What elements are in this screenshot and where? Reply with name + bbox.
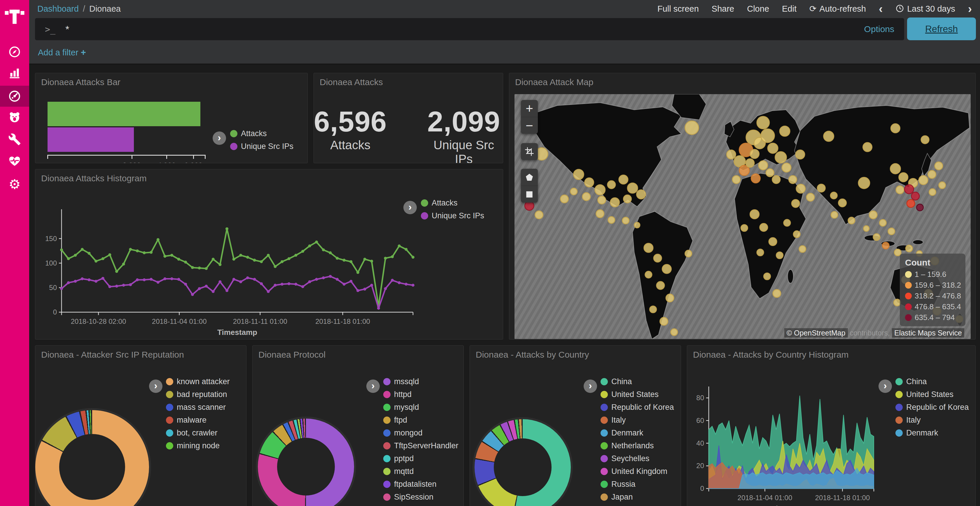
legend: mssqldhttpdmysqldftpdmongodTftpServerHan… bbox=[383, 377, 458, 501]
ems-link[interactable]: Elastic Maps Service bbox=[892, 328, 964, 338]
legend-item[interactable]: mysqld bbox=[383, 403, 458, 412]
legend-item[interactable]: httpd bbox=[383, 390, 458, 399]
reputation-donut-chart[interactable] bbox=[35, 410, 149, 506]
legend-item[interactable]: Republic of Korea bbox=[601, 403, 674, 412]
sidebar-item-dashboard[interactable] bbox=[0, 86, 29, 107]
polygon-draw-icon[interactable] bbox=[521, 169, 538, 186]
sidebar-item-devtools[interactable] bbox=[0, 129, 29, 150]
legend-item[interactable]: 159.6 – 318.2 bbox=[905, 281, 960, 290]
osm-link[interactable]: © OpenStreetMap bbox=[784, 328, 848, 338]
refresh-button[interactable]: Refresh bbox=[907, 17, 976, 40]
legend-item[interactable]: Netherlands bbox=[601, 441, 674, 450]
sidebar-item-monitoring[interactable] bbox=[0, 151, 29, 171]
legend-toggle-icon[interactable]: › bbox=[584, 379, 597, 393]
metric-group: 6,596 Attacks 2,099 Unique Src IPs bbox=[314, 105, 503, 163]
legend-item[interactable]: malware bbox=[166, 416, 230, 425]
crop-fit-icon[interactable] bbox=[521, 143, 538, 160]
legend-item[interactable]: 318.2 – 476.8 bbox=[905, 292, 960, 300]
legend-toggle-icon[interactable]: › bbox=[878, 379, 892, 393]
legend-item[interactable]: 476.8 – 635.4 bbox=[905, 302, 960, 311]
legend-toggle-icon[interactable]: › bbox=[149, 379, 162, 393]
legend: ChinaUnited StatesRepublic of KoreaItaly… bbox=[896, 377, 969, 438]
share-button[interactable]: Share bbox=[712, 4, 734, 14]
full-screen-button[interactable]: Full screen bbox=[657, 4, 699, 14]
legend-toggle-icon[interactable]: › bbox=[213, 132, 226, 145]
legend-item[interactable]: Russia bbox=[601, 480, 674, 489]
legend-item[interactable]: bad reputation bbox=[166, 390, 230, 399]
auto-refresh-button[interactable]: ⟳Auto-refresh bbox=[810, 4, 866, 14]
country-histogram-chart[interactable]: 0204060802018-11-04 01:002018-11-18 01:0… bbox=[690, 381, 877, 506]
attack-bubble bbox=[890, 163, 900, 174]
attack-bubble bbox=[623, 195, 631, 203]
query-text[interactable]: * bbox=[65, 24, 69, 35]
legend-item[interactable]: 1 – 159.6 bbox=[905, 270, 960, 279]
legend-dot bbox=[383, 378, 391, 385]
legend-item[interactable]: TftpServerHandler bbox=[383, 441, 458, 450]
attacks-histogram-chart[interactable]: 0501001502018-10-28 02:002018-11-04 01:0… bbox=[41, 204, 417, 337]
legend-toggle-icon[interactable]: › bbox=[366, 379, 380, 393]
legend-item[interactable]: China bbox=[896, 377, 969, 386]
clone-button[interactable]: Clone bbox=[747, 4, 769, 14]
legend-item[interactable]: ftpd bbox=[383, 416, 458, 425]
time-back-button[interactable]: ‹ bbox=[879, 4, 883, 13]
bar-unique-src-ips[interactable] bbox=[48, 127, 134, 152]
edit-button[interactable]: Edit bbox=[782, 4, 797, 14]
legend-label: Attacks bbox=[432, 198, 458, 208]
legend-item[interactable]: Denmark bbox=[896, 428, 969, 438]
sidebar-item-visualize[interactable] bbox=[0, 62, 29, 83]
sidebar-item-management[interactable]: ⚙ bbox=[0, 174, 29, 195]
legend-item[interactable]: United States bbox=[601, 390, 674, 399]
time-forward-button[interactable]: › bbox=[968, 4, 972, 13]
attack-bubble bbox=[741, 224, 748, 231]
rectangle-draw-icon[interactable] bbox=[521, 186, 538, 203]
country-donut-chart[interactable] bbox=[474, 419, 571, 506]
svg-text:2018-11-11 01:00: 2018-11-11 01:00 bbox=[233, 317, 287, 325]
zoom-in-button[interactable]: + bbox=[521, 100, 538, 117]
zoom-out-button[interactable]: − bbox=[521, 117, 538, 134]
legend-item[interactable]: known attacker bbox=[166, 377, 230, 386]
legend-item[interactable]: mqttd bbox=[383, 467, 458, 476]
legend-item[interactable]: mining node bbox=[166, 441, 230, 450]
legend-item[interactable]: Unique Src IPs bbox=[230, 142, 293, 151]
legend-item[interactable]: Italy bbox=[896, 416, 969, 425]
legend-item[interactable]: Japan bbox=[601, 493, 674, 501]
bar-attacks[interactable] bbox=[48, 102, 200, 126]
legend-item[interactable]: ftpdatalisten bbox=[383, 480, 458, 489]
time-range-button[interactable]: Last 30 days bbox=[896, 4, 955, 14]
attack-bubble bbox=[635, 222, 640, 228]
legend-item[interactable]: Seychelles bbox=[601, 454, 674, 463]
legend-toggle-icon[interactable]: › bbox=[403, 201, 417, 214]
legend-item[interactable]: United States bbox=[896, 390, 969, 399]
legend-item[interactable]: Republic of Korea bbox=[896, 403, 969, 412]
legend-item[interactable]: China bbox=[601, 377, 674, 386]
search-input[interactable]: >_ * Options bbox=[35, 18, 904, 40]
legend-item[interactable]: United Kingdom bbox=[601, 467, 674, 476]
legend-item[interactable]: bot, crawler bbox=[166, 428, 230, 438]
legend-item[interactable]: mass scanner bbox=[166, 403, 230, 412]
attacks-bar-chart[interactable]: 2,0004,0006,000 bbox=[48, 102, 223, 163]
attack-bubble bbox=[939, 182, 946, 189]
legend-item[interactable]: pptpd bbox=[383, 454, 458, 463]
options-button[interactable]: Options bbox=[864, 24, 894, 34]
sidebar-item-tpot[interactable] bbox=[0, 107, 29, 128]
legend-item[interactable]: Unique Src IPs bbox=[421, 211, 484, 220]
panel-title: Dionaea Attacks Bar bbox=[41, 77, 121, 87]
legend-label: Japan bbox=[611, 493, 633, 501]
telekom-logo[interactable] bbox=[3, 5, 26, 27]
legend-item[interactable]: Attacks bbox=[230, 129, 293, 138]
attack-bubble bbox=[584, 178, 593, 187]
attack-map[interactable]: + − Count 1 – 159.6159. bbox=[514, 94, 970, 339]
legend-item[interactable]: 635.4 – 794 bbox=[905, 313, 960, 322]
legend-item[interactable]: mongod bbox=[383, 428, 458, 438]
protocol-donut-chart[interactable] bbox=[258, 419, 354, 506]
legend-item[interactable]: Denmark bbox=[601, 428, 674, 438]
legend-label: mssqld bbox=[394, 377, 419, 386]
breadcrumb-dashboard[interactable]: Dashboard bbox=[37, 4, 79, 14]
legend-item[interactable]: Attacks bbox=[421, 198, 484, 208]
legend-item[interactable]: mssqld bbox=[383, 377, 458, 386]
legend-item[interactable]: SipSession bbox=[383, 493, 458, 501]
sidebar-item-discover[interactable] bbox=[0, 41, 29, 62]
add-filter-button[interactable]: Add a filter + bbox=[38, 47, 86, 58]
metric-unique-src-ips: 2,099 Unique Src IPs bbox=[425, 105, 503, 163]
legend-item[interactable]: Italy bbox=[601, 416, 674, 425]
